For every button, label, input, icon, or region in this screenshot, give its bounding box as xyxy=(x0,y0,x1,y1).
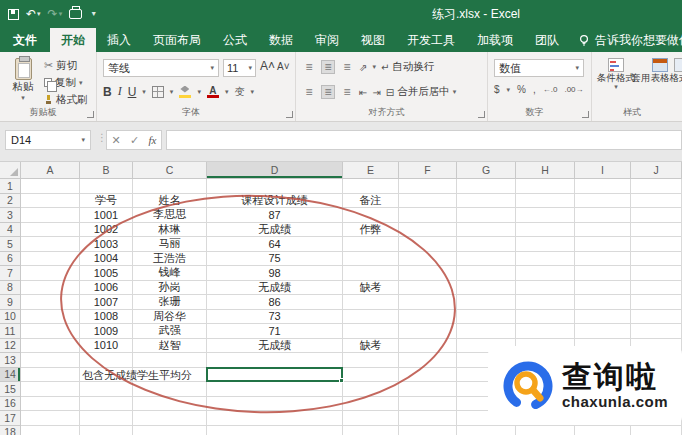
cell-A7[interactable] xyxy=(21,266,80,281)
font-size-dropdown[interactable]: 11▾ xyxy=(223,59,256,77)
cell-J7[interactable] xyxy=(631,266,682,281)
clipboard-dialog-launcher[interactable] xyxy=(87,111,94,118)
cell-C7[interactable]: 钱峰 xyxy=(133,266,207,281)
format-painter-button[interactable]: 格式刷 xyxy=(44,93,88,106)
decrease-indent-icon[interactable]: ⇤ xyxy=(359,87,367,98)
cell-E13[interactable] xyxy=(343,353,399,368)
cell-G6[interactable] xyxy=(457,252,516,267)
cell-A11[interactable] xyxy=(21,324,80,339)
cell-B10[interactable]: 1008 xyxy=(80,310,133,325)
cell-B13[interactable] xyxy=(80,353,133,368)
cell-C5[interactable]: 马丽 xyxy=(133,237,207,252)
comma-format-icon[interactable]: , xyxy=(533,84,536,95)
cell-E16[interactable] xyxy=(343,397,399,412)
cell-F16[interactable] xyxy=(399,397,457,412)
column-header-B[interactable]: B xyxy=(80,162,133,179)
underline-dropdown-icon[interactable]: ▾ xyxy=(142,88,146,96)
cell-B18[interactable] xyxy=(80,426,133,435)
cell-F17[interactable] xyxy=(399,411,457,426)
cell-I2[interactable] xyxy=(575,194,631,209)
cell-C18[interactable] xyxy=(133,426,207,435)
font-dialog-launcher[interactable] xyxy=(286,111,293,118)
row-header-11[interactable]: 11 xyxy=(0,324,21,339)
cell-E4[interactable]: 作弊 xyxy=(343,223,399,238)
align-left-icon[interactable]: ≡ xyxy=(302,86,316,98)
cell-F7[interactable] xyxy=(399,266,457,281)
formula-input[interactable] xyxy=(166,130,682,150)
cell-J11[interactable] xyxy=(631,324,682,339)
number-dialog-launcher[interactable] xyxy=(582,111,589,118)
cell-A8[interactable] xyxy=(21,281,80,296)
row-header-10[interactable]: 10 xyxy=(0,310,21,325)
cell-B5[interactable]: 1003 xyxy=(80,237,133,252)
cell-H4[interactable] xyxy=(516,223,575,238)
alignment-dialog-launcher[interactable] xyxy=(478,111,485,118)
font-color-icon[interactable]: A xyxy=(207,86,219,98)
cell-G2[interactable] xyxy=(457,194,516,209)
font-name-dropdown[interactable]: 等线▾ xyxy=(103,59,219,77)
row-header-12[interactable]: 12 xyxy=(0,339,21,354)
cell-B6[interactable]: 1004 xyxy=(80,252,133,267)
cell-J5[interactable] xyxy=(631,237,682,252)
cell-D12[interactable]: 无成绩 xyxy=(207,339,343,354)
cell-G8[interactable] xyxy=(457,281,516,296)
insert-function-button[interactable]: fx xyxy=(148,134,156,146)
cell-I10[interactable] xyxy=(575,310,631,325)
cell-E1[interactable] xyxy=(343,179,399,194)
cell-F12[interactable] xyxy=(399,339,457,354)
tab-页面布局[interactable]: 页面布局 xyxy=(142,28,212,52)
cell-J6[interactable] xyxy=(631,252,682,267)
tab-file[interactable]: 文件 xyxy=(0,28,50,52)
row-header-4[interactable]: 4 xyxy=(0,223,21,238)
cell-I1[interactable] xyxy=(575,179,631,194)
save-button[interactable] xyxy=(8,9,19,20)
tab-插入[interactable]: 插入 xyxy=(96,28,142,52)
cell-F3[interactable] xyxy=(399,208,457,223)
cell-H18[interactable] xyxy=(516,426,575,435)
cell-H3[interactable] xyxy=(516,208,575,223)
underline-button[interactable]: U xyxy=(128,85,137,99)
row-header-3[interactable]: 3 xyxy=(0,208,21,223)
tell-me-search[interactable]: 告诉我你想要做什么 xyxy=(570,28,682,52)
cell-D10[interactable]: 73 xyxy=(207,310,343,325)
cell-A13[interactable] xyxy=(21,353,80,368)
cell-F2[interactable] xyxy=(399,194,457,209)
cell-A3[interactable] xyxy=(21,208,80,223)
cell-C8[interactable]: 孙岗 xyxy=(133,281,207,296)
cell-G7[interactable] xyxy=(457,266,516,281)
cell-F9[interactable] xyxy=(399,295,457,310)
cell-E5[interactable] xyxy=(343,237,399,252)
selected-cell-D14[interactable] xyxy=(206,367,343,383)
cell-A6[interactable] xyxy=(21,252,80,267)
row-header-15[interactable]: 15 xyxy=(0,382,21,397)
cell-C6[interactable]: 王浩浩 xyxy=(133,252,207,267)
cell-I11[interactable] xyxy=(575,324,631,339)
column-header-D[interactable]: D xyxy=(207,162,343,179)
cell-F6[interactable] xyxy=(399,252,457,267)
tab-视图[interactable]: 视图 xyxy=(350,28,396,52)
cell-C10[interactable]: 周谷华 xyxy=(133,310,207,325)
row-header-5[interactable]: 5 xyxy=(0,237,21,252)
cell-C16[interactable] xyxy=(133,397,207,412)
cell-B1[interactable] xyxy=(80,179,133,194)
phonetic-guide-icon[interactable]: 变 xyxy=(234,85,244,99)
cell-I3[interactable] xyxy=(575,208,631,223)
cell-A14[interactable] xyxy=(21,368,80,383)
cell-F10[interactable] xyxy=(399,310,457,325)
cell-D5[interactable]: 64 xyxy=(207,237,343,252)
increase-indent-icon[interactable]: ⇥ xyxy=(372,87,380,98)
cell-D13[interactable] xyxy=(207,353,343,368)
select-all-corner[interactable] xyxy=(0,162,21,179)
cell-F5[interactable] xyxy=(399,237,457,252)
cell-A17[interactable] xyxy=(21,411,80,426)
cell-C11[interactable]: 武强 xyxy=(133,324,207,339)
row-header-1[interactable]: 1 xyxy=(0,179,21,194)
decrease-decimal-icon[interactable]: .00→ xyxy=(564,85,583,94)
cell-J1[interactable] xyxy=(631,179,682,194)
cell-J9[interactable] xyxy=(631,295,682,310)
row-header-16[interactable]: 16 xyxy=(0,397,21,412)
row-header-8[interactable]: 8 xyxy=(0,281,21,296)
undo-button[interactable]: ↶▾ xyxy=(26,4,41,24)
cell-C1[interactable] xyxy=(133,179,207,194)
cell-E12[interactable]: 缺考 xyxy=(343,339,399,354)
